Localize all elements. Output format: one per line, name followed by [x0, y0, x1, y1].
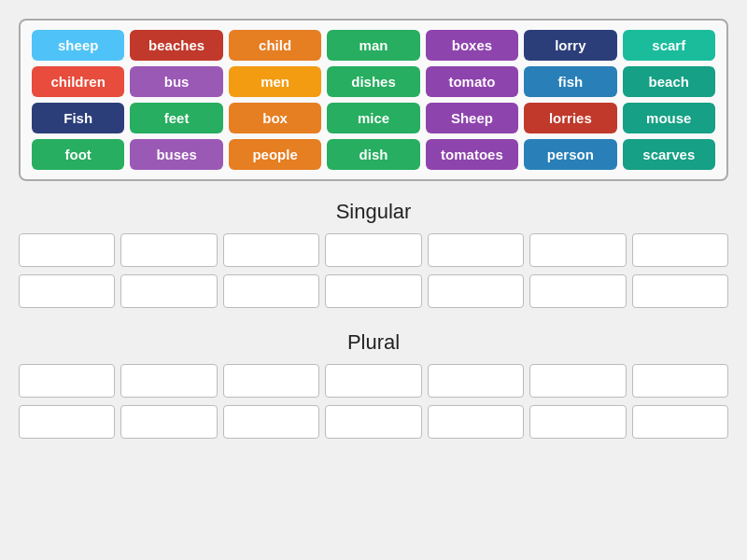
drop-cell[interactable] — [529, 364, 626, 398]
word-bank: sheepbeacheschildmanboxeslorryscarfchild… — [19, 19, 728, 181]
drop-cell[interactable] — [428, 233, 524, 267]
word-tile[interactable]: mouse — [623, 103, 715, 133]
drop-cell[interactable] — [19, 405, 115, 439]
word-tile[interactable]: mice — [327, 103, 419, 133]
word-tile[interactable]: foot — [32, 139, 124, 170]
word-tile[interactable]: lorry — [524, 30, 616, 61]
drop-cell[interactable] — [223, 364, 319, 398]
drop-cell[interactable] — [325, 233, 421, 267]
word-tile[interactable]: men — [229, 66, 321, 97]
singular-row-1 — [19, 233, 728, 267]
word-tile[interactable]: box — [229, 103, 321, 133]
drop-cell[interactable] — [529, 274, 626, 308]
drop-cell[interactable] — [19, 233, 115, 267]
singular-label: Singular — [336, 200, 412, 224]
drop-cell[interactable] — [120, 233, 217, 267]
plural-row-2 — [19, 405, 728, 439]
drop-cell[interactable] — [632, 274, 728, 308]
drop-cell[interactable] — [325, 405, 421, 439]
word-tile[interactable]: people — [229, 139, 321, 170]
drop-cell[interactable] — [428, 405, 524, 439]
drop-cell[interactable] — [120, 274, 217, 308]
word-tile[interactable]: bus — [130, 66, 222, 97]
word-tile[interactable]: beach — [623, 66, 715, 97]
word-tile[interactable]: feet — [130, 103, 222, 133]
word-tile[interactable]: buses — [130, 139, 222, 170]
plural-section: Plural — [19, 330, 728, 446]
word-tile[interactable]: lorries — [524, 103, 616, 133]
word-tile[interactable]: tomato — [426, 66, 518, 97]
drop-cell[interactable] — [19, 364, 115, 398]
word-tile[interactable]: dish — [327, 139, 419, 170]
word-tile[interactable]: scarves — [623, 139, 715, 170]
word-tile[interactable]: beaches — [130, 30, 222, 61]
plural-label: Plural — [347, 330, 400, 355]
word-tile[interactable]: boxes — [426, 30, 518, 61]
drop-cell[interactable] — [19, 274, 115, 308]
drop-cell[interactable] — [120, 364, 217, 398]
drop-cell[interactable] — [529, 233, 626, 267]
word-tile[interactable]: man — [327, 30, 419, 61]
drop-cell[interactable] — [223, 405, 319, 439]
drop-cell[interactable] — [325, 274, 421, 308]
singular-section: Singular — [19, 200, 728, 315]
plural-row-1 — [19, 364, 728, 398]
word-tile[interactable]: dishes — [327, 66, 419, 97]
word-tile[interactable]: Sheep — [426, 103, 518, 133]
drop-cell[interactable] — [632, 405, 728, 439]
drop-cell[interactable] — [223, 274, 319, 308]
drop-cell[interactable] — [120, 405, 217, 439]
word-tile[interactable]: Fish — [32, 103, 124, 133]
word-tile[interactable]: child — [229, 30, 321, 61]
drop-cell[interactable] — [428, 364, 524, 398]
word-tile[interactable]: fish — [524, 66, 616, 97]
word-tile[interactable]: children — [32, 66, 124, 97]
drop-cell[interactable] — [632, 233, 728, 267]
word-tile[interactable]: person — [524, 139, 616, 170]
word-tile[interactable]: tomatoes — [426, 139, 518, 170]
drop-cell[interactable] — [428, 274, 524, 308]
drop-cell[interactable] — [223, 233, 319, 267]
drop-cell[interactable] — [529, 405, 626, 439]
word-tile[interactable]: sheep — [32, 30, 124, 61]
drop-cell[interactable] — [632, 364, 728, 398]
word-tile[interactable]: scarf — [623, 30, 715, 61]
drop-cell[interactable] — [325, 364, 421, 398]
singular-row-2 — [19, 274, 728, 308]
